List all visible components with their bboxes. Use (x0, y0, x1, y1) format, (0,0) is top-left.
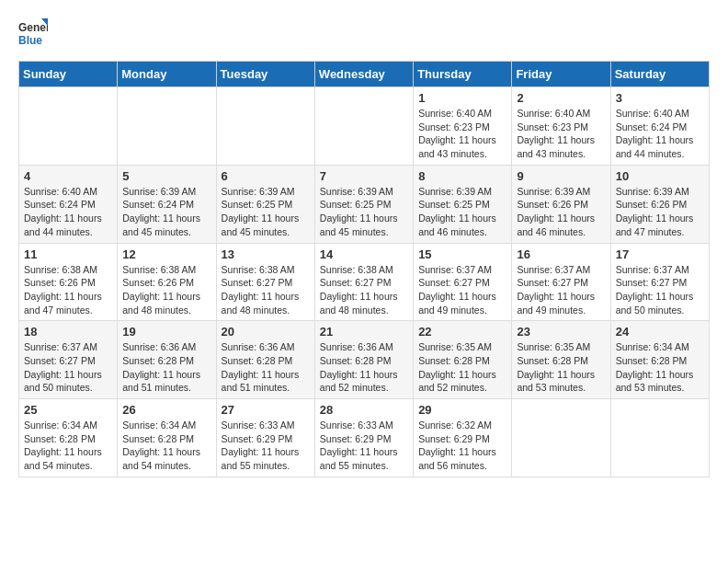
day-detail: Sunrise: 6:37 AM Sunset: 6:27 PM Dayligh… (24, 340, 112, 395)
weekday-header: Sunday (19, 62, 118, 87)
svg-text:General: General (18, 21, 48, 34)
day-detail: Sunrise: 6:37 AM Sunset: 6:27 PM Dayligh… (616, 263, 704, 317)
day-number: 24 (616, 325, 704, 339)
day-number: 27 (222, 403, 310, 417)
day-detail: Sunrise: 6:39 AM Sunset: 6:24 PM Dayligh… (122, 185, 210, 239)
calendar-day-cell: 5Sunrise: 6:39 AM Sunset: 6:24 PM Daylig… (118, 165, 216, 243)
calendar-day-cell: 28Sunrise: 6:33 AM Sunset: 6:29 PM Dayli… (314, 399, 413, 477)
day-detail: Sunrise: 6:35 AM Sunset: 6:28 PM Dayligh… (517, 340, 605, 395)
day-number: 19 (122, 325, 210, 339)
calendar-week-row: 1Sunrise: 6:40 AM Sunset: 6:23 PM Daylig… (19, 87, 710, 166)
calendar-day-cell: 3Sunrise: 6:40 AM Sunset: 6:24 PM Daylig… (610, 87, 709, 166)
day-number: 17 (616, 247, 704, 261)
calendar-day-cell: 26Sunrise: 6:34 AM Sunset: 6:28 PM Dayli… (118, 399, 216, 477)
logo: General Blue (18, 18, 48, 52)
day-detail: Sunrise: 6:35 AM Sunset: 6:28 PM Dayligh… (418, 340, 506, 395)
weekday-header: Thursday (414, 62, 512, 87)
calendar-day-cell (118, 87, 216, 166)
day-number: 28 (320, 403, 408, 417)
logo-icon: General Blue (18, 18, 48, 52)
calendar-week-row: 4Sunrise: 6:40 AM Sunset: 6:24 PM Daylig… (19, 165, 710, 243)
day-number: 26 (122, 403, 210, 417)
weekday-header: Tuesday (216, 62, 314, 87)
weekday-header: Friday (512, 62, 610, 87)
day-detail: Sunrise: 6:40 AM Sunset: 6:23 PM Dayligh… (418, 107, 506, 161)
calendar-week-row: 25Sunrise: 6:34 AM Sunset: 6:28 PM Dayli… (19, 399, 710, 477)
day-number: 8 (418, 169, 506, 183)
day-number: 1 (418, 91, 506, 105)
calendar-day-cell: 25Sunrise: 6:34 AM Sunset: 6:28 PM Dayli… (19, 399, 118, 477)
day-detail: Sunrise: 6:37 AM Sunset: 6:27 PM Dayligh… (418, 263, 506, 317)
weekday-header: Monday (118, 62, 216, 87)
day-number: 13 (222, 247, 310, 261)
day-detail: Sunrise: 6:32 AM Sunset: 6:29 PM Dayligh… (418, 419, 506, 473)
day-number: 2 (517, 91, 605, 105)
day-detail: Sunrise: 6:39 AM Sunset: 6:25 PM Dayligh… (222, 185, 310, 239)
calendar-day-cell: 24Sunrise: 6:34 AM Sunset: 6:28 PM Dayli… (610, 321, 709, 399)
svg-text:Blue: Blue (18, 34, 42, 47)
calendar-week-row: 11Sunrise: 6:38 AM Sunset: 6:26 PM Dayli… (19, 243, 710, 321)
calendar-day-cell (314, 87, 413, 166)
day-detail: Sunrise: 6:34 AM Sunset: 6:28 PM Dayligh… (122, 419, 210, 473)
calendar-day-cell: 27Sunrise: 6:33 AM Sunset: 6:29 PM Dayli… (216, 399, 314, 477)
calendar-day-cell: 1Sunrise: 6:40 AM Sunset: 6:23 PM Daylig… (414, 87, 512, 166)
day-detail: Sunrise: 6:38 AM Sunset: 6:26 PM Dayligh… (122, 263, 210, 317)
day-number: 14 (320, 247, 408, 261)
day-number: 25 (24, 403, 112, 417)
calendar-day-cell: 14Sunrise: 6:38 AM Sunset: 6:27 PM Dayli… (314, 243, 413, 321)
day-detail: Sunrise: 6:39 AM Sunset: 6:26 PM Dayligh… (517, 185, 605, 239)
calendar-day-cell (610, 399, 709, 477)
day-number: 15 (418, 247, 506, 261)
day-detail: Sunrise: 6:36 AM Sunset: 6:28 PM Dayligh… (122, 340, 210, 395)
day-detail: Sunrise: 6:36 AM Sunset: 6:28 PM Dayligh… (320, 340, 408, 395)
calendar-day-cell: 22Sunrise: 6:35 AM Sunset: 6:28 PM Dayli… (414, 321, 512, 399)
calendar-day-cell: 8Sunrise: 6:39 AM Sunset: 6:25 PM Daylig… (414, 165, 512, 243)
day-number: 21 (320, 325, 408, 339)
calendar-day-cell: 19Sunrise: 6:36 AM Sunset: 6:28 PM Dayli… (118, 321, 216, 399)
calendar-day-cell: 7Sunrise: 6:39 AM Sunset: 6:25 PM Daylig… (314, 165, 413, 243)
day-detail: Sunrise: 6:38 AM Sunset: 6:27 PM Dayligh… (222, 263, 310, 317)
day-detail: Sunrise: 6:34 AM Sunset: 6:28 PM Dayligh… (24, 419, 112, 473)
calendar-week-row: 18Sunrise: 6:37 AM Sunset: 6:27 PM Dayli… (19, 321, 710, 399)
calendar-day-cell: 23Sunrise: 6:35 AM Sunset: 6:28 PM Dayli… (512, 321, 610, 399)
calendar-day-cell: 2Sunrise: 6:40 AM Sunset: 6:23 PM Daylig… (512, 87, 610, 166)
day-number: 29 (418, 403, 506, 417)
day-number: 6 (222, 169, 310, 183)
calendar-day-cell (216, 87, 314, 166)
calendar-day-cell: 6Sunrise: 6:39 AM Sunset: 6:25 PM Daylig… (216, 165, 314, 243)
day-number: 7 (320, 169, 408, 183)
calendar-header-row: SundayMondayTuesdayWednesdayThursdayFrid… (19, 62, 710, 87)
calendar-day-cell: 21Sunrise: 6:36 AM Sunset: 6:28 PM Dayli… (314, 321, 413, 399)
calendar-day-cell: 18Sunrise: 6:37 AM Sunset: 6:27 PM Dayli… (19, 321, 118, 399)
day-detail: Sunrise: 6:40 AM Sunset: 6:23 PM Dayligh… (517, 107, 605, 161)
calendar-day-cell: 4Sunrise: 6:40 AM Sunset: 6:24 PM Daylig… (19, 165, 118, 243)
day-number: 10 (616, 169, 704, 183)
calendar-day-cell: 20Sunrise: 6:36 AM Sunset: 6:28 PM Dayli… (216, 321, 314, 399)
calendar-day-cell: 11Sunrise: 6:38 AM Sunset: 6:26 PM Dayli… (19, 243, 118, 321)
day-detail: Sunrise: 6:34 AM Sunset: 6:28 PM Dayligh… (616, 340, 704, 395)
day-number: 3 (616, 91, 704, 105)
calendar-table: SundayMondayTuesdayWednesdayThursdayFrid… (18, 61, 710, 477)
calendar-day-cell (512, 399, 610, 477)
calendar-day-cell: 17Sunrise: 6:37 AM Sunset: 6:27 PM Dayli… (610, 243, 709, 321)
calendar-day-cell: 13Sunrise: 6:38 AM Sunset: 6:27 PM Dayli… (216, 243, 314, 321)
calendar-day-cell: 16Sunrise: 6:37 AM Sunset: 6:27 PM Dayli… (512, 243, 610, 321)
day-number: 4 (24, 169, 112, 183)
day-detail: Sunrise: 6:40 AM Sunset: 6:24 PM Dayligh… (24, 185, 112, 239)
calendar-day-cell: 12Sunrise: 6:38 AM Sunset: 6:26 PM Dayli… (118, 243, 216, 321)
calendar-day-cell: 29Sunrise: 6:32 AM Sunset: 6:29 PM Dayli… (414, 399, 512, 477)
day-detail: Sunrise: 6:37 AM Sunset: 6:27 PM Dayligh… (517, 263, 605, 317)
weekday-header: Saturday (610, 62, 709, 87)
calendar-day-cell: 10Sunrise: 6:39 AM Sunset: 6:26 PM Dayli… (610, 165, 709, 243)
page-header: General Blue (18, 18, 710, 52)
day-number: 9 (517, 169, 605, 183)
day-number: 12 (122, 247, 210, 261)
day-number: 20 (222, 325, 310, 339)
day-number: 23 (517, 325, 605, 339)
day-detail: Sunrise: 6:39 AM Sunset: 6:26 PM Dayligh… (616, 185, 704, 239)
day-detail: Sunrise: 6:40 AM Sunset: 6:24 PM Dayligh… (616, 107, 704, 161)
day-detail: Sunrise: 6:39 AM Sunset: 6:25 PM Dayligh… (320, 185, 408, 239)
day-number: 18 (24, 325, 112, 339)
weekday-header: Wednesday (314, 62, 413, 87)
day-number: 11 (24, 247, 112, 261)
